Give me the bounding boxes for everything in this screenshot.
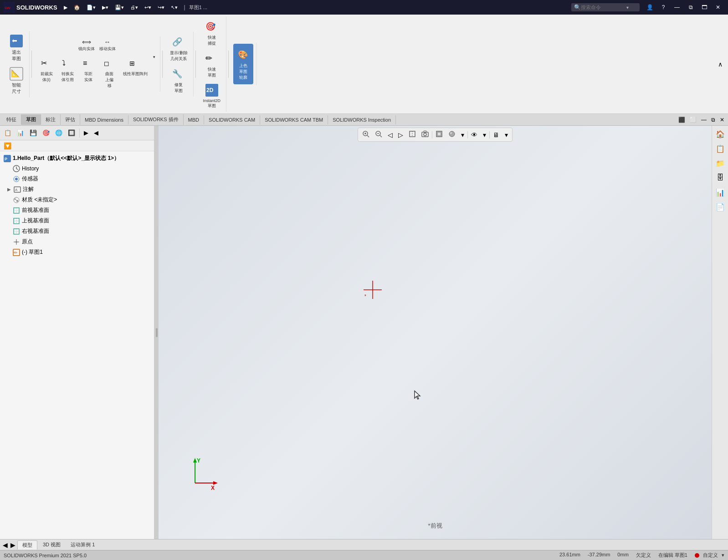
svg-text:🎯: 🎯 (205, 21, 216, 31)
display-style-btn[interactable]: ▾ (459, 130, 467, 140)
surface-btn[interactable]: ◻ 曲面上偏移 (99, 54, 119, 91)
help-btn[interactable]: ? (657, 1, 670, 14)
smart-dim-btn[interactable]: 📐 智能尺寸 (6, 65, 26, 97)
tab-restore3-btn[interactable]: ⧉ (709, 116, 717, 124)
search-input[interactable] (581, 5, 626, 10)
bottom-tab-3d[interactable]: 3D 视图 (38, 540, 65, 549)
panel-resize-handle[interactable] (155, 126, 159, 539)
view-tb-btn6[interactable]: 🔲 (66, 128, 77, 138)
tree-item-sketch1[interactable]: ✏ (-) 草图1 (0, 247, 154, 257)
rmt-data-btn[interactable]: 🗄 (714, 171, 727, 184)
home-btn[interactable]: 🏠 (71, 4, 83, 11)
tab-mbd[interactable]: MBD (184, 115, 204, 124)
viewport[interactable]: ◁ ▷ ▾ 👁 ▾ 🖥 ▾ (159, 126, 712, 539)
next-view-btn[interactable]: ▷ (396, 130, 405, 140)
tab-restore2-btn[interactable]: ⬜ (688, 116, 698, 124)
tab-annotation[interactable]: 标注 (41, 114, 61, 125)
hide-show-drop-btn[interactable]: ▾ (481, 130, 488, 140)
expand-btn[interactable]: ▾ (151, 54, 157, 91)
tree-item-front-plane[interactable]: 前视基准面 (0, 205, 154, 216)
run-btn[interactable]: ▶ (61, 4, 70, 11)
rmt-chart-btn[interactable]: 📊 (714, 186, 727, 199)
tab-sketch[interactable]: 草图 (21, 114, 41, 125)
bottom-tab-motion[interactable]: 运动算例 1 (66, 540, 99, 549)
quick-snap-btn[interactable]: 🎯 快速捕捉 (202, 17, 222, 48)
ribbon-group-exit: ⬅ 退出草图 📐 智能尺寸 (4, 31, 30, 98)
camera-view-btn[interactable] (419, 129, 431, 140)
print-btn[interactable]: 🖨▾ (128, 4, 141, 11)
status-app-info: SOLIDWORKS Premium 2021 SP5.0 (4, 553, 552, 558)
new-btn[interactable]: 📄▾ (84, 4, 98, 11)
move-entity-btn[interactable]: ↔ 移动实体 (97, 37, 118, 53)
orient-view-btn[interactable] (433, 129, 445, 140)
tab-sw-cam[interactable]: SOLIDWORKS CAM (204, 115, 260, 124)
redo-btn[interactable]: ↪▾ (155, 4, 167, 11)
tab-feature[interactable]: 特征 (2, 114, 21, 125)
tree-item-right-plane[interactable]: 右视基准面 (0, 226, 154, 236)
section-view-btn[interactable] (406, 129, 418, 140)
search-box[interactable]: 🔍 ▾ (571, 3, 640, 11)
status-customize[interactable]: 自定义 (703, 552, 718, 559)
zoom-in-btn[interactable] (360, 129, 372, 140)
rmt-home-btn[interactable]: 🏠 (714, 128, 727, 140)
trim-btn[interactable]: ✂ 前裁实体(I) (36, 54, 56, 91)
tab-restore1-btn[interactable]: ⬛ (677, 116, 687, 124)
bt-prev-btn[interactable]: ◀ (2, 540, 9, 550)
display-mode-btn[interactable] (446, 129, 458, 140)
convert-btn[interactable]: ⤵ 转换实体引用 (57, 54, 77, 91)
mirror-btn[interactable]: ⟺ 镜向实体 (77, 37, 97, 53)
view-tb-forward-btn[interactable]: ▶ (82, 128, 91, 138)
tab-mbd-dim[interactable]: MBD Dimensions (80, 115, 128, 124)
view-tb-btn1[interactable]: 📋 (2, 128, 14, 138)
restore-btn[interactable]: ⧉ (684, 1, 697, 14)
tree-item-origin[interactable]: 原点 (0, 236, 154, 247)
view-tb-btn4[interactable]: 🎯 (40, 128, 52, 138)
view-tb-btn5[interactable]: 🌐 (53, 128, 65, 138)
minimize-btn[interactable]: — (671, 1, 683, 14)
tree-item-annotation[interactable]: ▶ A 注解 (0, 184, 154, 195)
tab-sw-cam-tbm[interactable]: SOLIDWORKS CAM TBM (260, 115, 328, 124)
tab-evaluate[interactable]: 评估 (61, 114, 80, 125)
cursor-btn[interactable]: ↖▾ (168, 4, 180, 11)
ribbon-collapse[interactable]: ∧ (716, 59, 724, 70)
color-sketch-btn[interactable]: 🎨 上色草图轮廓 (233, 44, 253, 84)
hide-show-btn[interactable]: 👁 (469, 130, 480, 140)
repair-sketch-btn[interactable]: 🔧 修复草图 (169, 65, 189, 96)
rmt-folder-btn[interactable]: 📁 (714, 157, 727, 170)
prev-view-btn[interactable]: ◁ (385, 130, 395, 140)
instant2d-btn[interactable]: 2D Instant2D草图 (200, 81, 224, 111)
close-btn[interactable]: ✕ (712, 1, 724, 14)
zoom-out-btn[interactable] (373, 129, 385, 140)
view-settings-drop-btn[interactable]: ▾ (502, 130, 510, 140)
tree-item-top-plane[interactable]: 上视基准面 (0, 216, 154, 226)
tab-sw-plugin[interactable]: SOLIDWORKS 插件 (128, 114, 184, 125)
tree-item-sensor[interactable]: 传感器 (0, 174, 154, 184)
tree-root-item[interactable]: P 1.Hello_Part（默认<<默认>_显示状态 1>） (0, 153, 154, 164)
save-btn[interactable]: 💾▾ (112, 4, 127, 11)
undo-btn[interactable]: ↩▾ (142, 4, 154, 11)
tab-sw-inspection[interactable]: SOLIDWORKS Inspection (328, 115, 396, 124)
status-drop[interactable]: ▾ (722, 552, 724, 558)
quick-sketch-btn[interactable]: ✏ 快速草图 (202, 49, 222, 80)
bt-next-btn[interactable]: ▶ (10, 540, 16, 550)
view-tb-btn2[interactable]: 📊 (15, 128, 26, 138)
tab-close-btn[interactable]: ✕ (718, 116, 726, 124)
tab-minimize-btn[interactable]: — (699, 116, 708, 124)
tree-item-material[interactable]: 材质 <未指定> (0, 195, 154, 205)
tree-item-history[interactable]: History (0, 164, 154, 174)
rmt-list-btn[interactable]: 📄 (714, 200, 727, 213)
run2-btn[interactable]: ▶▾ (99, 4, 111, 11)
user-btn[interactable]: 👤 (643, 1, 656, 14)
view-tb-back-btn[interactable]: ◀ (92, 128, 101, 138)
maximize-btn[interactable]: 🗖 (698, 1, 711, 14)
rmt-layers-btn[interactable]: 📋 (714, 142, 727, 155)
view-tb-btn3[interactable]: 💾 (27, 128, 39, 138)
collapse-ribbon-btn[interactable]: ∧ (718, 61, 723, 68)
bottom-tab-model[interactable]: 模型 (17, 540, 37, 550)
show-relations-btn[interactable]: 🔗 显示/删除几何关系 (167, 33, 190, 64)
linear-array-btn[interactable]: ⊞ 线性草图阵列 (120, 54, 150, 91)
offset-btn[interactable]: ≡ 等距实体 (78, 54, 98, 91)
view-settings-btn[interactable]: 🖥 (491, 130, 502, 140)
mouse-cursor (414, 390, 423, 402)
exit-sketch-btn[interactable]: ⬅ 退出草图 (6, 32, 26, 64)
